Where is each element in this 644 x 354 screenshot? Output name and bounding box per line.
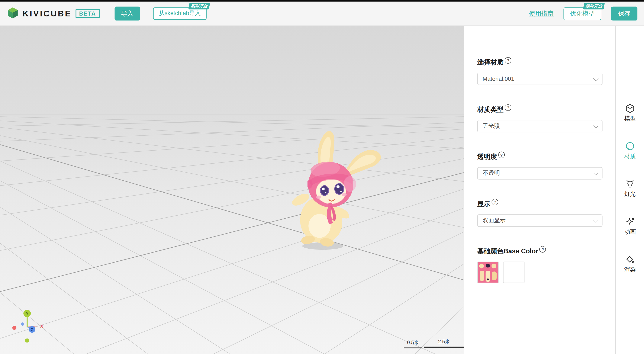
app-header: KIVICUBE BETA 导入 从sketchfab导入 限时开放 使用指南 … bbox=[0, 2, 644, 26]
render-icon bbox=[625, 254, 635, 264]
material-type-section: 材质类型 无光照 bbox=[477, 106, 602, 132]
material-properties-panel: 选择材质 Material.001 材质类型 无光照 透明度 不透明 bbox=[464, 26, 615, 354]
limited-time-badge: 限时开放 bbox=[188, 3, 210, 10]
guide-link[interactable]: 使用指南 bbox=[529, 10, 554, 18]
display-section: 显示 双面显示 bbox=[477, 200, 602, 227]
window-top-strip bbox=[0, 0, 644, 2]
base-color-swatch[interactable] bbox=[503, 262, 524, 283]
axis-x-label: X bbox=[40, 324, 43, 328]
material-select-section: 选择材质 Material.001 bbox=[477, 58, 602, 85]
texture-swatch[interactable] bbox=[477, 262, 498, 283]
sphere-icon bbox=[625, 142, 635, 151]
chevron-down-icon bbox=[593, 217, 598, 223]
kivicube-logo-icon bbox=[6, 6, 19, 20]
limited-time-badge: 限时开放 bbox=[583, 3, 605, 10]
opacity-dropdown[interactable]: 不透明 bbox=[477, 167, 602, 180]
chevron-down-icon bbox=[593, 76, 598, 81]
save-button[interactable]: 保存 bbox=[611, 6, 638, 20]
cube-icon bbox=[625, 104, 635, 113]
tab-animation[interactable]: 动画 bbox=[616, 217, 644, 236]
help-icon[interactable] bbox=[492, 199, 498, 205]
base-color-section: 基础颜色Base Color bbox=[477, 247, 602, 283]
selected-value: 双面显示 bbox=[482, 217, 594, 224]
selected-value: 不透明 bbox=[482, 170, 594, 177]
3d-viewport[interactable]: Y Z X 0.5米 2.5米 bbox=[0, 26, 464, 354]
tab-model[interactable]: 模型 bbox=[616, 104, 644, 122]
opacity-section: 透明度 不透明 bbox=[477, 153, 602, 179]
display-dropdown[interactable]: 双面显示 bbox=[477, 214, 602, 227]
optimize-group: 优化模型 限时开放 bbox=[564, 7, 601, 20]
axes-gizmo[interactable]: Y Z X bbox=[8, 308, 53, 349]
section-label: 显示 bbox=[477, 200, 490, 208]
axis-z-label: Z bbox=[31, 327, 33, 332]
ground-grid bbox=[0, 26, 464, 354]
app-title: KIVICUBE bbox=[22, 9, 72, 18]
model-character[interactable] bbox=[279, 123, 394, 254]
help-icon[interactable] bbox=[540, 246, 546, 253]
selected-value: Material.001 bbox=[482, 76, 594, 82]
light-icon bbox=[625, 179, 635, 189]
material-type-dropdown[interactable]: 无光照 bbox=[477, 120, 602, 132]
logo: KIVICUBE BETA bbox=[6, 6, 100, 20]
help-icon[interactable] bbox=[505, 57, 511, 64]
chevron-down-icon bbox=[593, 170, 598, 176]
axis-y-label: Y bbox=[26, 311, 28, 316]
help-icon[interactable] bbox=[505, 104, 511, 111]
section-label: 基础颜色Base Color bbox=[477, 247, 538, 256]
tab-render[interactable]: 渲染 bbox=[616, 254, 644, 274]
material-select-dropdown[interactable]: Material.001 bbox=[477, 73, 602, 85]
sketchfab-import-group: 从sketchfab导入 限时开放 bbox=[153, 8, 206, 20]
section-label: 材质类型 bbox=[477, 106, 504, 114]
beta-badge: BETA bbox=[76, 9, 100, 18]
selected-value: 无光照 bbox=[482, 122, 594, 130]
section-label: 透明度 bbox=[477, 153, 497, 161]
animation-icon bbox=[625, 217, 635, 227]
section-label: 选择材质 bbox=[477, 58, 504, 67]
tab-material[interactable]: 材质 bbox=[616, 142, 644, 160]
chevron-down-icon bbox=[593, 123, 598, 128]
import-button[interactable]: 导入 bbox=[114, 6, 140, 20]
help-icon[interactable] bbox=[498, 152, 505, 158]
tool-rail: 模型 材质 灯光 动画 bbox=[616, 26, 644, 354]
header-actions: 使用指南 优化模型 限时开放 保存 bbox=[529, 6, 638, 20]
app-window: KIVICUBE BETA 导入 从sketchfab导入 限时开放 使用指南 … bbox=[0, 0, 644, 354]
tab-light[interactable]: 灯光 bbox=[616, 179, 644, 198]
